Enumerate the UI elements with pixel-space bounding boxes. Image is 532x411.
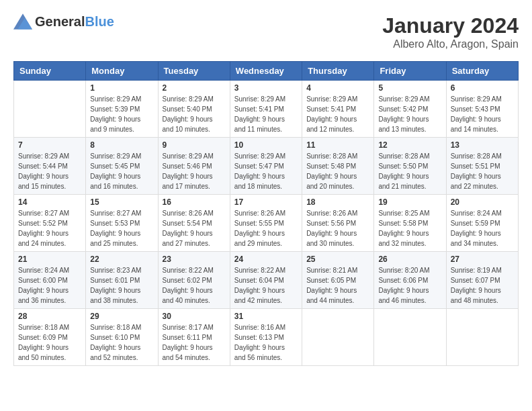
- calendar-cell: 9Sunrise: 8:29 AMSunset: 5:46 PMDaylight…: [158, 138, 230, 195]
- calendar-cell: 5Sunrise: 8:29 AMSunset: 5:42 PMDaylight…: [374, 81, 446, 138]
- weekday-header-friday: Friday: [374, 62, 446, 81]
- day-number: 23: [163, 255, 226, 264]
- calendar-cell: 31Sunrise: 8:16 AMSunset: 6:13 PMDayligh…: [230, 309, 302, 366]
- day-number: 13: [451, 140, 514, 150]
- day-info: Sunrise: 8:25 AMSunset: 5:58 PMDaylight:…: [378, 208, 441, 248]
- day-info: Sunrise: 8:18 AMSunset: 6:09 PMDaylight:…: [18, 322, 81, 363]
- weekday-header-thursday: Thursday: [302, 62, 374, 81]
- day-info: Sunrise: 8:29 AMSunset: 5:42 PMDaylight:…: [378, 94, 441, 134]
- day-number: 12: [378, 140, 441, 150]
- calendar-week-row: 21Sunrise: 8:24 AMSunset: 6:00 PMDayligh…: [14, 252, 519, 309]
- day-info: Sunrise: 8:22 AMSunset: 6:02 PMDaylight:…: [163, 265, 226, 306]
- day-number: 1: [90, 83, 153, 93]
- calendar-cell: 16Sunrise: 8:26 AMSunset: 5:54 PMDayligh…: [158, 195, 230, 252]
- day-number: 26: [378, 255, 441, 264]
- day-info: Sunrise: 8:29 AMSunset: 5:41 PMDaylight:…: [234, 94, 298, 134]
- calendar-cell: 8Sunrise: 8:29 AMSunset: 5:45 PMDaylight…: [86, 138, 158, 195]
- calendar-cell: 18Sunrise: 8:26 AMSunset: 5:56 PMDayligh…: [302, 195, 374, 252]
- calendar-cell: 15Sunrise: 8:27 AMSunset: 5:53 PMDayligh…: [86, 195, 158, 252]
- day-info: Sunrise: 8:28 AMSunset: 5:50 PMDaylight:…: [378, 151, 441, 191]
- header: GeneralBlue January 2024 Albero Alto, Ar…: [13, 13, 519, 50]
- day-number: 24: [234, 255, 298, 264]
- weekday-header-row: SundayMondayTuesdayWednesdayThursdayFrid…: [14, 62, 519, 81]
- weekday-header-tuesday: Tuesday: [158, 62, 230, 81]
- calendar-cell: [302, 309, 374, 366]
- day-info: Sunrise: 8:24 AMSunset: 6:00 PMDaylight:…: [18, 265, 81, 306]
- title-area: January 2024 Albero Alto, Aragon, Spain: [382, 13, 519, 50]
- day-number: 18: [306, 197, 369, 207]
- day-info: Sunrise: 8:19 AMSunset: 6:07 PMDaylight:…: [451, 265, 514, 306]
- calendar-cell: 20Sunrise: 8:24 AMSunset: 5:59 PMDayligh…: [446, 195, 518, 252]
- calendar-cell: 21Sunrise: 8:24 AMSunset: 6:00 PMDayligh…: [14, 252, 86, 309]
- day-number: 5: [378, 83, 441, 93]
- day-number: 30: [163, 312, 226, 321]
- calendar-table: SundayMondayTuesdayWednesdayThursdayFrid…: [13, 61, 519, 366]
- month-title: January 2024: [382, 13, 519, 38]
- logo: GeneralBlue: [13, 13, 114, 30]
- calendar-cell: 3Sunrise: 8:29 AMSunset: 5:41 PMDaylight…: [230, 81, 302, 138]
- logo-text-general: General: [35, 14, 85, 29]
- calendar-cell: 27Sunrise: 8:19 AMSunset: 6:07 PMDayligh…: [446, 252, 518, 309]
- day-info: Sunrise: 8:27 AMSunset: 5:52 PMDaylight:…: [18, 208, 81, 248]
- calendar-cell: 11Sunrise: 8:28 AMSunset: 5:48 PMDayligh…: [302, 138, 374, 195]
- calendar-cell: 24Sunrise: 8:22 AMSunset: 6:04 PMDayligh…: [230, 252, 302, 309]
- day-number: 16: [163, 197, 226, 207]
- calendar-body: 1Sunrise: 8:29 AMSunset: 5:39 PMDaylight…: [14, 81, 519, 366]
- day-info: Sunrise: 8:28 AMSunset: 5:48 PMDaylight:…: [306, 151, 369, 191]
- calendar-cell: 17Sunrise: 8:26 AMSunset: 5:55 PMDayligh…: [230, 195, 302, 252]
- location-title: Albero Alto, Aragon, Spain: [382, 38, 519, 50]
- day-info: Sunrise: 8:22 AMSunset: 6:04 PMDaylight:…: [234, 265, 298, 306]
- calendar-cell: 25Sunrise: 8:21 AMSunset: 6:05 PMDayligh…: [302, 252, 374, 309]
- day-info: Sunrise: 8:21 AMSunset: 6:05 PMDaylight:…: [306, 265, 369, 306]
- weekday-header-sunday: Sunday: [14, 62, 86, 81]
- day-number: 27: [451, 255, 514, 264]
- calendar-week-row: 1Sunrise: 8:29 AMSunset: 5:39 PMDaylight…: [14, 81, 519, 138]
- day-info: Sunrise: 8:29 AMSunset: 5:39 PMDaylight:…: [90, 94, 153, 134]
- logo-text-blue: Blue: [85, 14, 114, 29]
- day-info: Sunrise: 8:29 AMSunset: 5:44 PMDaylight:…: [18, 151, 81, 191]
- day-info: Sunrise: 8:29 AMSunset: 5:43 PMDaylight:…: [451, 94, 514, 134]
- day-number: 31: [234, 312, 298, 321]
- calendar-week-row: 7Sunrise: 8:29 AMSunset: 5:44 PMDaylight…: [14, 138, 519, 195]
- calendar-cell: [374, 309, 446, 366]
- day-info: Sunrise: 8:26 AMSunset: 5:54 PMDaylight:…: [163, 208, 226, 248]
- calendar-cell: 23Sunrise: 8:22 AMSunset: 6:02 PMDayligh…: [158, 252, 230, 309]
- day-number: 15: [90, 197, 153, 207]
- day-number: 11: [306, 140, 369, 150]
- day-info: Sunrise: 8:17 AMSunset: 6:11 PMDaylight:…: [163, 322, 226, 363]
- calendar-cell: 13Sunrise: 8:28 AMSunset: 5:51 PMDayligh…: [446, 138, 518, 195]
- calendar-week-row: 28Sunrise: 8:18 AMSunset: 6:09 PMDayligh…: [14, 309, 519, 366]
- day-number: 22: [90, 255, 153, 264]
- calendar-cell: 1Sunrise: 8:29 AMSunset: 5:39 PMDaylight…: [86, 81, 158, 138]
- day-number: 28: [18, 312, 81, 321]
- day-number: 2: [163, 83, 226, 93]
- calendar-cell: 26Sunrise: 8:20 AMSunset: 6:06 PMDayligh…: [374, 252, 446, 309]
- day-number: 14: [18, 197, 81, 207]
- calendar-cell: 4Sunrise: 8:29 AMSunset: 5:41 PMDaylight…: [302, 81, 374, 138]
- day-info: Sunrise: 8:29 AMSunset: 5:47 PMDaylight:…: [234, 151, 298, 191]
- calendar-week-row: 14Sunrise: 8:27 AMSunset: 5:52 PMDayligh…: [14, 195, 519, 252]
- weekday-header-monday: Monday: [86, 62, 158, 81]
- day-info: Sunrise: 8:29 AMSunset: 5:40 PMDaylight:…: [163, 94, 226, 134]
- day-number: 6: [451, 83, 514, 93]
- calendar-cell: 30Sunrise: 8:17 AMSunset: 6:11 PMDayligh…: [158, 309, 230, 366]
- day-info: Sunrise: 8:23 AMSunset: 6:01 PMDaylight:…: [90, 265, 153, 306]
- weekday-header-saturday: Saturday: [446, 62, 518, 81]
- calendar-cell: 22Sunrise: 8:23 AMSunset: 6:01 PMDayligh…: [86, 252, 158, 309]
- day-number: 8: [90, 140, 153, 150]
- day-info: Sunrise: 8:29 AMSunset: 5:45 PMDaylight:…: [90, 151, 153, 191]
- calendar-cell: 19Sunrise: 8:25 AMSunset: 5:58 PMDayligh…: [374, 195, 446, 252]
- day-number: 25: [306, 255, 369, 264]
- day-number: 10: [234, 140, 298, 150]
- day-info: Sunrise: 8:28 AMSunset: 5:51 PMDaylight:…: [451, 151, 514, 191]
- day-number: 20: [451, 197, 514, 207]
- calendar-cell: [446, 309, 518, 366]
- day-info: Sunrise: 8:18 AMSunset: 6:10 PMDaylight:…: [90, 322, 153, 363]
- day-number: 19: [378, 197, 441, 207]
- day-info: Sunrise: 8:26 AMSunset: 5:56 PMDaylight:…: [306, 208, 369, 248]
- day-number: 21: [18, 255, 81, 264]
- day-number: 7: [18, 140, 81, 150]
- calendar-cell: 10Sunrise: 8:29 AMSunset: 5:47 PMDayligh…: [230, 138, 302, 195]
- calendar-cell: 12Sunrise: 8:28 AMSunset: 5:50 PMDayligh…: [374, 138, 446, 195]
- calendar-cell: 14Sunrise: 8:27 AMSunset: 5:52 PMDayligh…: [14, 195, 86, 252]
